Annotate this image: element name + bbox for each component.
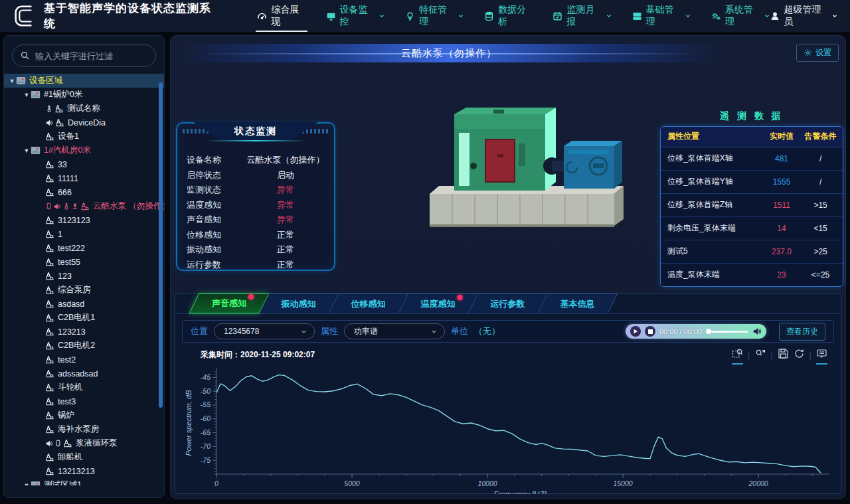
nav-item-overview[interactable]: 综合展现 bbox=[257, 0, 305, 32]
realtime-value: 481 bbox=[765, 147, 798, 170]
tree-node-17[interactable]: C2B电机1 bbox=[4, 311, 164, 325]
tree-node-20[interactable]: test2 bbox=[4, 353, 164, 367]
tree-node-9[interactable]: 云酷水泵 （勿操作） bbox=[4, 199, 164, 213]
tree-filter-input[interactable] bbox=[12, 44, 156, 67]
realtime-value: 23 bbox=[765, 263, 798, 286]
status-value: 异常 bbox=[244, 184, 327, 196]
tree-node-2[interactable]: 测试名称 bbox=[4, 102, 164, 116]
nav-item-system[interactable]: 系统管理 bbox=[711, 0, 770, 32]
status-row-4: 声音感知 异常 bbox=[187, 212, 327, 228]
tree-node-19[interactable]: C2B电机2 bbox=[4, 339, 164, 353]
status-value: 正常 bbox=[244, 259, 327, 271]
tree-node-5[interactable]: ▼1#汽机房0米 bbox=[4, 143, 164, 157]
tree-node-22[interactable]: 斗轮机 bbox=[4, 380, 164, 394]
expand-arrow-icon[interactable]: ▼ bbox=[23, 147, 31, 154]
svg-text:-60: -60 bbox=[201, 414, 211, 422]
tree-node-1[interactable]: ▼#1锅炉0米 bbox=[4, 88, 164, 102]
tab-位移感知[interactable]: 位移感知 bbox=[329, 294, 409, 313]
toolbox-data-view-button[interactable] bbox=[816, 348, 827, 362]
tab-温度感知[interactable]: 温度感知 bbox=[399, 294, 479, 313]
main-panel: 云酷水泵（勿操作） 设置 状态监测 设备名称 云酷水泵（勿操作）启停状态 启动监… bbox=[170, 35, 846, 499]
sidebar-scrollbar[interactable] bbox=[159, 82, 163, 408]
area-icon bbox=[31, 90, 41, 99]
tree-node-8[interactable]: 666 bbox=[4, 185, 164, 199]
device-icon bbox=[80, 202, 90, 210]
tree-node-3[interactable]: DeviceDia bbox=[4, 116, 164, 129]
tree-node-16[interactable]: asdasd bbox=[4, 297, 164, 311]
expand-arrow-icon[interactable]: ▼ bbox=[23, 482, 31, 486]
chevron-icon bbox=[379, 13, 385, 19]
pump-3d-model[interactable] bbox=[404, 88, 630, 240]
tree-node-27[interactable]: 卸船机 bbox=[4, 450, 164, 464]
app-title: 基于智能声学的设备状态监测系统 bbox=[44, 1, 216, 31]
svg-text:-65: -65 bbox=[201, 428, 211, 436]
tree-node-29[interactable]: ▼测试区域1 bbox=[4, 478, 164, 485]
status-value: 云酷水泵（勿操作） bbox=[244, 154, 327, 166]
tree-node-12[interactable]: test222 bbox=[4, 241, 164, 255]
telemetry-row-3: 剩余电压_泵体末端 14 <15 bbox=[661, 216, 843, 240]
tree-node-11[interactable]: 1 bbox=[4, 227, 164, 241]
alarm-condition: <=25 bbox=[798, 263, 843, 286]
chart-toolbox: ||| bbox=[732, 348, 827, 362]
tree-node-10[interactable]: 3123123 bbox=[4, 213, 164, 227]
tree-node-14[interactable]: 123 bbox=[4, 269, 164, 283]
tree-node-6[interactable]: 33 bbox=[4, 157, 164, 171]
nav-item-basic[interactable]: 基础管理 bbox=[632, 0, 691, 32]
expand-arrow-icon[interactable]: ▼ bbox=[23, 92, 31, 98]
status-row-0: 设备名称 云酷水泵（勿操作） bbox=[187, 153, 327, 168]
alarm-condition: / bbox=[798, 147, 843, 170]
location-select[interactable]: 12345678 bbox=[214, 323, 315, 339]
view-history-button[interactable]: 查看历史 bbox=[779, 323, 825, 341]
device-icon bbox=[45, 272, 54, 280]
toolbox-restore-button[interactable] bbox=[794, 348, 805, 362]
sensor-detail-panel: 声音感知振动感知位移感知温度感知运行参数基本信息 位置 12345678 属性 … bbox=[175, 293, 841, 494]
toolbox-box-zoom-button[interactable] bbox=[732, 348, 743, 362]
stop-button[interactable] bbox=[645, 326, 655, 337]
realtime-value: 1511 bbox=[765, 193, 798, 216]
attribute-select[interactable]: 功率谱 bbox=[344, 323, 445, 339]
play-button[interactable] bbox=[630, 326, 641, 337]
tree-node-0[interactable]: ▼设备区域 bbox=[4, 74, 164, 88]
nav-item-analysis[interactable]: 数据分析 bbox=[484, 0, 533, 32]
thermo-icon bbox=[45, 104, 53, 113]
nav-item-feature[interactable]: 特征管理 bbox=[405, 0, 464, 32]
user-icon bbox=[770, 11, 780, 21]
user-menu[interactable]: 超级管理员 bbox=[770, 4, 838, 28]
toolbox-save-image-button[interactable] bbox=[778, 348, 789, 362]
telemetry-table: 属性位置实时值告警条件 位移_泵体首端X轴 481 /位移_泵体首端Y轴 155… bbox=[661, 127, 843, 286]
area-icon bbox=[31, 146, 41, 155]
player-seek-slider[interactable] bbox=[706, 329, 748, 334]
tree-node-23[interactable]: test3 bbox=[4, 394, 164, 408]
player-time: 00:00 / 00:00 bbox=[659, 327, 702, 335]
tab-基本信息[interactable]: 基本信息 bbox=[539, 294, 618, 313]
expand-arrow-icon[interactable]: ▼ bbox=[8, 78, 16, 84]
location-label: 位置 bbox=[191, 325, 208, 337]
toolbox-zoom-reset-button[interactable] bbox=[754, 348, 766, 362]
status-value: 启动 bbox=[244, 169, 327, 181]
gauge-icon bbox=[257, 11, 267, 21]
tree-node-26[interactable]: 浆液循环泵 bbox=[4, 436, 164, 450]
chevron-icon bbox=[685, 13, 691, 19]
nav-item-report[interactable]: 监测月报 bbox=[552, 0, 612, 32]
tree-node-28[interactable]: 13213213 bbox=[4, 464, 164, 478]
tab-声音感知[interactable]: 声音感知 bbox=[189, 294, 270, 313]
tab-振动感知[interactable]: 振动感知 bbox=[260, 294, 339, 313]
tree-node-7[interactable]: 11111 bbox=[4, 171, 164, 185]
tree-node-18[interactable]: 123213 bbox=[4, 325, 164, 339]
tree-node-24[interactable]: 锅炉 bbox=[4, 408, 164, 422]
tree-node-4[interactable]: 设备1 bbox=[4, 129, 164, 143]
status-value: 正常 bbox=[244, 229, 327, 241]
volume-icon[interactable] bbox=[752, 327, 762, 336]
settings-button[interactable]: 设置 bbox=[796, 44, 839, 62]
tree-node-15[interactable]: 综合泵房 bbox=[4, 283, 164, 297]
nav-item-monitor[interactable]: 设备监控 bbox=[326, 0, 385, 32]
tree-node-13[interactable]: test55 bbox=[4, 255, 164, 269]
tree-node-25[interactable]: 海补水泵房 bbox=[4, 422, 164, 436]
speaker-icon bbox=[45, 439, 54, 448]
tab-运行参数[interactable]: 运行参数 bbox=[469, 294, 549, 313]
realtime-value: 14 bbox=[765, 216, 798, 240]
speaker-icon bbox=[53, 202, 62, 210]
tree-node-21[interactable]: adssadsad bbox=[4, 367, 164, 380]
status-row-1: 启停状态 启动 bbox=[187, 168, 327, 183]
area-icon bbox=[31, 481, 41, 485]
